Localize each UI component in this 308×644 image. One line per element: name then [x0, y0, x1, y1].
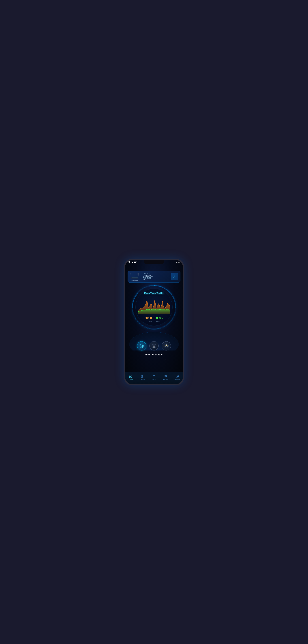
router-home-button[interactable]	[171, 273, 178, 280]
svg-line-5	[131, 274, 131, 278]
svg-point-11	[132, 278, 132, 278]
traffic-values: 18.8 ↓ ↑ 8.05	[145, 316, 163, 320]
nav-item-home[interactable]: Home	[125, 374, 137, 380]
svg-point-38	[165, 375, 166, 376]
svg-point-37	[155, 375, 155, 376]
svg-rect-3	[132, 262, 133, 263]
svg-point-12	[133, 278, 133, 278]
menu-button[interactable]	[128, 266, 131, 268]
home-nav-icon	[129, 374, 133, 378]
status-icons	[128, 262, 137, 263]
svg-point-36	[153, 375, 153, 376]
signal-icon	[131, 262, 133, 263]
svg-point-0	[129, 263, 129, 263]
lan-arrow: »	[149, 273, 150, 275]
upload-arrow: ↑	[154, 317, 156, 320]
upload-value: 8.05	[156, 316, 163, 320]
wan-type: DHCP	[143, 279, 169, 280]
gaming-button[interactable]	[162, 341, 171, 350]
battery-icon	[134, 262, 137, 263]
svg-rect-1	[131, 263, 131, 263]
svg-point-19	[132, 307, 133, 308]
nav-item-device[interactable]: Device	[137, 374, 148, 380]
router-image-area: RT-AX82U	[130, 273, 139, 281]
router-name: RT-AX82U	[131, 279, 138, 281]
traffic-area: Real-Time Traffic	[125, 284, 183, 330]
nav-item-insight[interactable]: Insight	[148, 374, 160, 380]
router-button[interactable]	[149, 341, 159, 350]
nav-label-insight: Insight	[152, 378, 156, 380]
traffic-circle[interactable]: Real-Time Traffic	[135, 289, 173, 326]
device-nav-icon	[140, 374, 144, 378]
router-image	[130, 273, 139, 279]
svg-point-17	[153, 285, 155, 286]
bottom-nav: Home Device Insight	[125, 372, 183, 384]
svg-rect-14	[131, 277, 138, 278]
add-button[interactable]: +	[178, 265, 180, 269]
svg-point-39	[166, 375, 167, 376]
svg-line-8	[138, 274, 138, 278]
app-header: +	[125, 264, 183, 270]
download-arrow: ↓	[152, 317, 154, 320]
phone-frame: 9:41 +	[124, 259, 184, 386]
action-buttons	[125, 341, 183, 352]
family-nav-icon	[164, 374, 168, 378]
nav-item-family[interactable]: Family	[160, 374, 171, 380]
svg-point-27	[164, 344, 169, 348]
notch	[144, 260, 164, 264]
phone-screen: 9:41 +	[125, 260, 183, 384]
download-unit: Kbps	[148, 320, 152, 322]
globe-button[interactable]	[137, 341, 146, 350]
lan-label: LAN IP	[143, 273, 148, 275]
gaming-icon	[164, 343, 169, 348]
wan-label: WAN TYPE	[143, 277, 169, 279]
wifi-icon	[128, 262, 130, 263]
lan-ip: 192.168.66.1	[143, 275, 169, 277]
home-case-icon	[172, 274, 177, 279]
nav-label-family: Family	[163, 378, 168, 380]
svg-rect-4	[133, 262, 133, 263]
nav-label-settings: Settings	[175, 378, 180, 380]
upload-unit: Kbps	[156, 320, 160, 322]
router-nav-icon	[151, 343, 157, 348]
svg-point-18	[175, 307, 176, 308]
status-time: 9:41	[176, 261, 180, 264]
nav-label-home: Home	[129, 378, 133, 380]
download-value: 18.8	[145, 316, 152, 320]
insight-nav-icon	[152, 374, 156, 378]
svg-point-13	[133, 278, 134, 278]
traffic-title: Real-Time Traffic	[144, 292, 164, 295]
settings-nav-icon	[175, 374, 179, 378]
kbps-row: Kbps Kbps	[148, 320, 160, 322]
chart-area	[138, 297, 170, 316]
nav-label-device: Device	[140, 378, 145, 380]
globe-icon	[139, 344, 144, 348]
svg-point-40	[177, 376, 178, 376]
svg-rect-2	[132, 262, 132, 263]
nav-item-settings[interactable]: Settings	[171, 374, 183, 380]
router-info: LAN IP » 192.168.66.1 WAN TYPE DHCP	[141, 273, 169, 280]
internet-status-label: Internet Status	[125, 353, 183, 356]
svg-rect-25	[153, 347, 155, 348]
router-card[interactable]: RT-AX82U LAN IP » 192.168.66.1 WAN TYPE …	[127, 271, 181, 282]
